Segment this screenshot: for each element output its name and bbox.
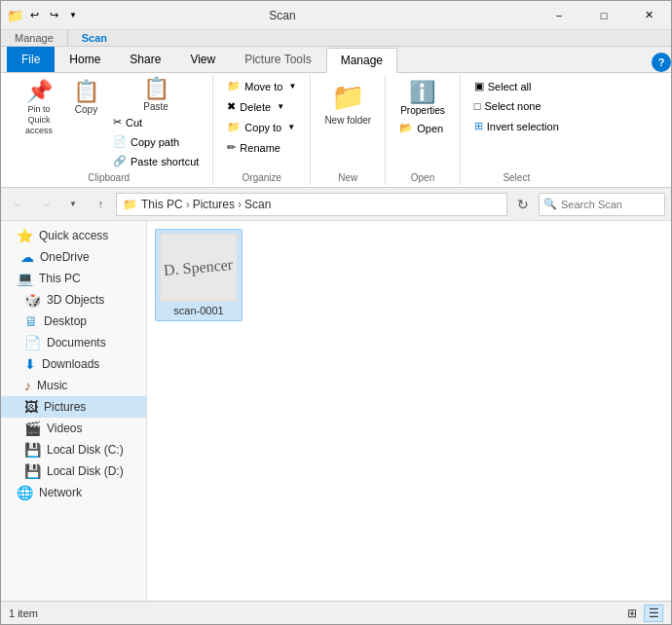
paste-icon: 📋	[143, 78, 169, 99]
tab-view[interactable]: View	[175, 47, 230, 72]
sidebar-item-videos[interactable]: 🎬 Videos	[1, 418, 146, 439]
invert-selection-button[interactable]: ⊞ Invert selection	[468, 117, 565, 135]
network-icon: 🌐	[17, 485, 33, 500]
tab-home[interactable]: Home	[55, 47, 115, 72]
minimize-button[interactable]: −	[537, 1, 581, 30]
ribbon-tabs: File Home Share View Picture Tools Manag…	[1, 47, 671, 73]
content-area: D. Spencer scan-0001	[147, 221, 671, 601]
rename-button[interactable]: ✏ Rename	[221, 138, 302, 157]
tab-manage[interactable]: Manage	[326, 48, 397, 73]
clipboard-label: Clipboard	[13, 172, 205, 183]
search-input[interactable]	[561, 199, 660, 210]
details-view-button[interactable]: ☰	[644, 605, 663, 622]
redo-btn[interactable]: ↪	[46, 8, 61, 23]
properties-icon: ℹ️	[409, 80, 435, 105]
quick-access-toolbar[interactable]: 📁	[7, 8, 22, 23]
paste-button[interactable]: 📋 Paste	[138, 77, 174, 113]
back-button[interactable]: ←	[7, 193, 30, 216]
path-this-pc[interactable]: This PC	[141, 198, 183, 211]
sidebar-item-local-disk-d[interactable]: 💾 Local Disk (D:)	[1, 460, 146, 482]
path-scan[interactable]: Scan	[244, 198, 271, 211]
quick-access-icon: ⭐	[17, 228, 33, 243]
sidebar-item-pictures[interactable]: 🖼 Pictures	[1, 396, 146, 418]
sidebar-item-this-pc[interactable]: 💻 This PC	[1, 268, 146, 289]
ribbon-group-open: ℹ️ Properties 📂 Open Open	[386, 75, 461, 185]
organize-label: Organize	[221, 172, 302, 183]
open-button[interactable]: 📂 Open	[393, 119, 452, 137]
select-buttons: ▣ Select all □ Select none ⊞ Invert sele…	[468, 77, 565, 135]
down-arrow-qat[interactable]: ▼	[65, 8, 81, 23]
desktop-icon: 🖥	[24, 313, 38, 329]
open-content: ℹ️ Properties 📂 Open	[393, 77, 452, 170]
sidebar-item-onedrive[interactable]: ☁ OneDrive	[1, 246, 146, 268]
file-item[interactable]: D. Spencer scan-0001	[155, 229, 243, 321]
paste-shortcut-button[interactable]: 🔗 Paste shortcut	[107, 152, 205, 170]
invert-icon: ⊞	[474, 120, 483, 132]
close-button[interactable]: ✕	[626, 1, 671, 30]
path-pictures[interactable]: Pictures	[193, 198, 235, 211]
sidebar-item-3d-objects[interactable]: 🎲 3D Objects	[1, 289, 146, 311]
ribbon-group-select: ▣ Select all □ Select none ⊞ Invert sele…	[461, 75, 573, 185]
pin-to-quick-access-button[interactable]: 📌 Pin to Quick access	[13, 77, 65, 139]
move-icon: 📁	[227, 80, 241, 92]
sidebar-item-local-disk-c[interactable]: 💾 Local Disk (C:)	[1, 439, 146, 460]
sidebar-item-desktop[interactable]: 🖥 Desktop	[1, 311, 146, 332]
sidebar-item-network[interactable]: 🌐 Network	[1, 482, 146, 503]
copy-button[interactable]: 📋 Copy	[67, 77, 105, 119]
window-controls: − □ ✕	[537, 1, 671, 30]
sidebar-item-quick-access[interactable]: ⭐ Quick access	[1, 225, 146, 246]
ribbon-group-organize: 📁 Move to ▼ ✖ Delete ▼ 📁 Copy to ▼	[213, 75, 311, 185]
cut-button[interactable]: ✂ Cut	[107, 113, 205, 131]
tab-share[interactable]: Share	[115, 47, 175, 72]
refresh-button[interactable]: ↻	[511, 193, 535, 216]
select-label: Select	[468, 172, 565, 183]
select-content: ▣ Select all □ Select none ⊞ Invert sele…	[468, 77, 565, 170]
documents-icon: 📄	[24, 335, 41, 350]
maximize-button[interactable]: □	[581, 1, 626, 30]
select-all-icon: ▣	[474, 80, 484, 92]
undo-btn[interactable]: ↩	[26, 8, 42, 23]
pin-icon: 📌	[26, 81, 53, 102]
copy-icon: 📋	[73, 81, 99, 102]
address-bar: ← → ▼ ↑ 📁 This PC › Pictures › Scan ↻ 🔍	[1, 188, 671, 221]
tab-picture-tools[interactable]: Picture Tools	[230, 47, 325, 72]
folder-icon-qat: 📁	[7, 8, 23, 23]
open-label: Open	[393, 172, 452, 183]
recent-locations-button[interactable]: ▼	[61, 193, 85, 216]
shortcut-icon: 🔗	[113, 155, 127, 167]
organize-buttons: 📁 Move to ▼ ✖ Delete ▼ 📁 Copy to ▼	[221, 77, 302, 157]
ribbon-group-new: 📁 New folder New	[311, 75, 386, 185]
copy-to-button[interactable]: 📁 Copy to ▼	[221, 118, 302, 136]
sidebar-item-downloads[interactable]: ⬇ Downloads	[1, 353, 146, 375]
sidebar-item-music[interactable]: ♪ Music	[1, 375, 146, 396]
forward-button[interactable]: →	[34, 193, 57, 216]
paste-sub-buttons: ✂ Cut 📄 Copy path 🔗 Paste shortcut	[107, 113, 205, 170]
properties-button[interactable]: ℹ️ Properties	[393, 77, 452, 119]
copy-label: Copy	[75, 104, 97, 115]
copy-path-button[interactable]: 📄 Copy path	[107, 132, 205, 151]
select-none-button[interactable]: □ Select none	[468, 97, 565, 115]
large-icons-view-button[interactable]: ⊞	[622, 605, 642, 622]
context-tab-bar: Manage Scan	[1, 30, 671, 47]
copy-path-icon: 📄	[113, 135, 127, 148]
address-path[interactable]: 📁 This PC › Pictures › Scan	[116, 193, 507, 216]
onedrive-icon: ☁	[20, 249, 34, 265]
new-folder-button[interactable]: 📁 New folder	[318, 77, 377, 129]
cut-icon: ✂	[113, 116, 122, 129]
delete-button[interactable]: ✖ Delete ▼	[221, 97, 302, 116]
file-thumb-inner: D. Spencer	[161, 235, 237, 301]
select-all-button[interactable]: ▣ Select all	[468, 77, 565, 95]
move-to-button[interactable]: 📁 Move to ▼	[221, 77, 302, 95]
rename-icon: ✏	[227, 141, 236, 154]
videos-icon: 🎬	[24, 421, 41, 436]
search-box[interactable]: 🔍	[539, 193, 665, 216]
help-button[interactable]: ?	[652, 53, 671, 72]
sidebar-item-documents[interactable]: 📄 Documents	[1, 332, 146, 353]
pictures-icon: 🖼	[24, 399, 38, 415]
delete-icon: ✖	[227, 100, 236, 113]
file-thumbnail: D. Spencer	[160, 234, 238, 302]
tab-file[interactable]: File	[7, 47, 55, 72]
path-sep-2: ›	[238, 198, 242, 211]
move-arrow: ▼	[288, 82, 296, 91]
up-button[interactable]: ↑	[89, 193, 112, 216]
